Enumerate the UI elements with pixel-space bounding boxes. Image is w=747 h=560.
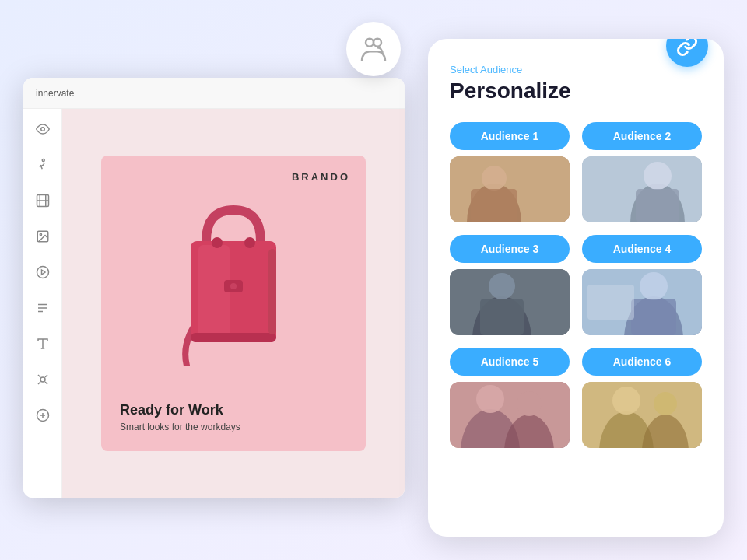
- eye-icon[interactable]: [32, 118, 54, 140]
- ad-bag-image: [156, 179, 311, 366]
- film-icon[interactable]: [32, 190, 54, 212]
- audience-3-image[interactable]: [450, 269, 570, 335]
- text-icon[interactable]: [32, 333, 54, 355]
- editor-header: innervate: [23, 78, 405, 109]
- audience-3-button[interactable]: Audience 3: [450, 235, 570, 263]
- audience-item-3: Audience 3: [450, 235, 570, 335]
- audience-item-1: Audience 1: [450, 122, 570, 222]
- ad-text-area: Ready for Work Smart looks for the workd…: [101, 390, 366, 451]
- audience-item-6: Audience 6: [582, 348, 702, 448]
- ad-subheadline: Smart looks for the workdays: [120, 422, 347, 432]
- add-icon[interactable]: [32, 404, 54, 426]
- audience-panel: Select Audience Personalize Audience 1 A…: [428, 39, 724, 537]
- svg-point-1: [374, 39, 381, 47]
- ad-headline: Ready for Work: [120, 402, 347, 418]
- editor-panel: innervate: [23, 78, 405, 498]
- svg-point-14: [40, 377, 45, 382]
- svg-point-3: [42, 159, 44, 162]
- svg-rect-24: [191, 333, 276, 342]
- panel-subtitle: Select Audience: [450, 64, 702, 75]
- audience-1-button[interactable]: Audience 1: [450, 122, 570, 150]
- svg-point-2: [40, 128, 44, 131]
- audience-5-image[interactable]: [450, 382, 570, 448]
- audience-item-2: Audience 2: [582, 122, 702, 222]
- panel-title: Personalize: [450, 79, 702, 103]
- audience-5-button[interactable]: Audience 5: [450, 348, 570, 376]
- editor-sidebar: [23, 109, 62, 498]
- svg-marker-11: [41, 270, 45, 275]
- link-icon-badge[interactable]: [666, 39, 708, 67]
- scene: innervate: [0, 0, 747, 560]
- editor-canvas: BRANDO: [62, 109, 405, 498]
- audience-item-5: Audience 5: [450, 348, 570, 448]
- svg-point-23: [230, 283, 237, 289]
- audience-1-image[interactable]: [450, 156, 570, 222]
- run-icon[interactable]: [32, 154, 54, 176]
- audience-4-image[interactable]: [582, 269, 702, 335]
- svg-point-9: [40, 233, 41, 235]
- svg-rect-21: [244, 237, 255, 248]
- ad-card: BRANDO: [101, 156, 366, 451]
- audience-6-image[interactable]: [582, 382, 702, 448]
- svg-point-10: [37, 267, 48, 278]
- audience-4-button[interactable]: Audience 4: [582, 235, 702, 263]
- play-icon[interactable]: [32, 261, 54, 283]
- audience-item-4: Audience 4: [582, 235, 702, 335]
- editor-title: innervate: [36, 88, 74, 99]
- image-icon[interactable]: [32, 226, 54, 247]
- audience-grid: Audience 1 Audience 2 Audience 3 Audienc…: [450, 122, 702, 448]
- svg-rect-20: [212, 237, 223, 248]
- svg-rect-19: [198, 245, 230, 338]
- shape-icon[interactable]: [32, 369, 54, 390]
- svg-point-0: [366, 39, 374, 47]
- floating-audience-icon: [346, 22, 401, 76]
- audience-2-image[interactable]: [582, 156, 702, 222]
- svg-rect-25: [268, 249, 276, 334]
- heading-icon[interactable]: [32, 297, 54, 319]
- editor-body: BRANDO: [23, 109, 405, 498]
- audience-2-button[interactable]: Audience 2: [582, 122, 702, 150]
- audience-6-button[interactable]: Audience 6: [582, 348, 702, 376]
